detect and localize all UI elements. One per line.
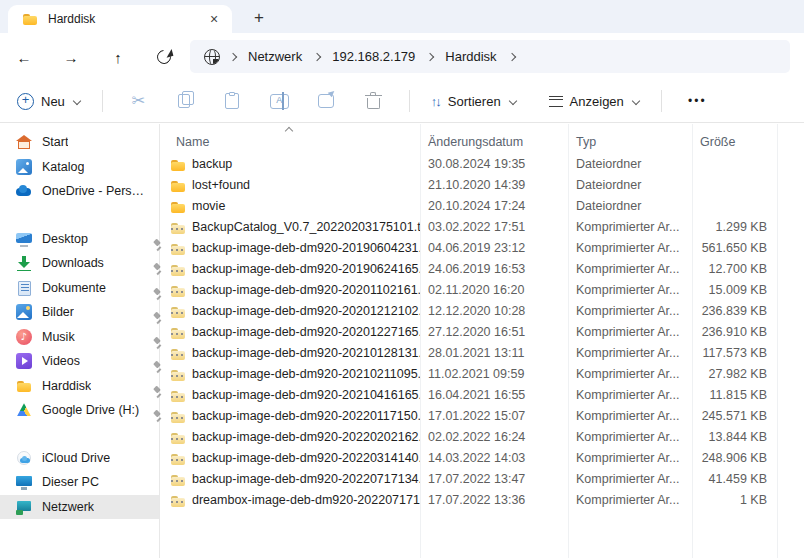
file-type: Komprimierter Ar... — [568, 343, 692, 364]
view-button[interactable]: Anzeigen — [540, 85, 649, 117]
sidebar-item[interactable]: Netzwerk — [0, 495, 159, 520]
file-date: 03.02.2022 17:51 — [420, 217, 568, 238]
file-row[interactable]: backup-image-deb-dm920-20220202162... 02… — [160, 427, 804, 448]
file-name: backup — [192, 154, 232, 175]
file-size: 236.910 KB — [692, 322, 777, 343]
breadcrumb-item-netzwerk[interactable]: Netzwerk — [240, 47, 310, 66]
file-row[interactable]: lost+found 21.10.2020 14:39 Dateiordner — [160, 175, 804, 196]
sidebar-item[interactable]: Harddisk — [0, 374, 159, 399]
zip-icon — [170, 304, 186, 320]
file-type: Komprimierter Ar... — [568, 217, 692, 238]
sidebar-item[interactable]: Bilder — [0, 300, 159, 325]
file-name: backup-image-deb-dm920-20220202162... — [192, 427, 420, 448]
file-size: 41.459 KB — [692, 469, 777, 490]
back-button[interactable]: ← — [9, 42, 39, 72]
more-options-button[interactable]: ••• — [674, 85, 721, 117]
gallery-icon — [16, 159, 32, 175]
file-row[interactable]: movie 20.10.2024 17:24 Dateiordner — [160, 196, 804, 217]
refresh-button[interactable] — [149, 42, 179, 72]
file-type: Komprimierter Ar... — [568, 259, 692, 280]
file-row[interactable]: backup-image-deb-dm920-20190624165... 24… — [160, 259, 804, 280]
file-date: 21.10.2020 14:39 — [420, 175, 568, 196]
sidebar-item[interactable]: Downloads — [0, 251, 159, 276]
sort-button[interactable]: ↑↓ Sortieren — [422, 85, 526, 117]
sort-arrows-icon: ↑↓ — [431, 94, 440, 109]
share-button[interactable] — [303, 85, 350, 117]
column-header-name[interactable]: Name — [160, 135, 420, 149]
network-globe-icon — [204, 49, 220, 65]
view-button-label: Anzeigen — [570, 94, 624, 109]
column-header-row: Name Änderungsdatum Typ Größe — [160, 124, 804, 153]
sidebar-item[interactable]: Katalog — [0, 155, 159, 180]
address-bar[interactable]: Netzwerk 192.168.2.179 Harddisk — [190, 40, 790, 73]
sidebar-item[interactable]: Dieser PC — [0, 470, 159, 495]
delete-button[interactable] — [350, 85, 397, 117]
sidebar-item[interactable]: Google Drive (H:) — [0, 398, 159, 423]
tab-harddisk[interactable]: Harddisk × — [8, 5, 232, 33]
folder-icon — [22, 11, 38, 27]
sidebar-item-label: Musik — [42, 330, 75, 344]
copy-button[interactable] — [162, 85, 209, 117]
new-button[interactable]: Neu — [8, 85, 90, 117]
navigation-pane: Start Katalog OneDrive - Personal Deskto… — [0, 124, 160, 558]
file-row[interactable]: backup-image-deb-dm920-20220117150... 17… — [160, 406, 804, 427]
file-date: 02.11.2020 16:20 — [420, 280, 568, 301]
up-button[interactable]: ↑ — [103, 42, 133, 72]
zip-icon — [170, 409, 186, 425]
sidebar-item[interactable]: Videos — [0, 349, 159, 374]
file-size: 15.009 KB — [692, 280, 777, 301]
file-row[interactable]: backup-image-deb-dm920-20210128131... 28… — [160, 343, 804, 364]
breadcrumb-item-ip[interactable]: 192.168.2.179 — [324, 47, 423, 66]
file-size: 236.839 KB — [692, 301, 777, 322]
zip-icon — [170, 325, 186, 341]
videos-icon — [16, 353, 32, 369]
sidebar-item-label: Dokumente — [42, 281, 106, 295]
file-date: 28.01.2021 13:11 — [420, 343, 568, 364]
tab-title: Harddisk — [48, 12, 204, 26]
cut-button[interactable]: ✂ — [115, 85, 162, 117]
new-tab-button[interactable]: + — [246, 6, 272, 30]
sidebar-item[interactable]: Desktop — [0, 227, 159, 252]
file-row[interactable]: backup-image-deb-dm920-20201102161... 02… — [160, 280, 804, 301]
zip-icon — [170, 451, 186, 467]
folder-icon — [16, 378, 32, 394]
sidebar-item[interactable]: OneDrive - Personal — [0, 179, 159, 204]
file-row[interactable]: backup-image-deb-dm920-20210211095... 11… — [160, 364, 804, 385]
file-row[interactable]: backup-image-deb-dm920-20210416165... 16… — [160, 385, 804, 406]
file-date: 14.03.2022 14:03 — [420, 448, 568, 469]
breadcrumb-item-harddisk[interactable]: Harddisk — [437, 47, 504, 66]
sort-ascending-icon — [285, 126, 294, 133]
file-row[interactable]: backup 30.08.2024 19:35 Dateiordner — [160, 154, 804, 175]
file-row[interactable]: dreambox-image-deb-dm920-202207171... 17… — [160, 490, 804, 511]
file-date: 27.12.2020 16:51 — [420, 322, 568, 343]
file-row[interactable]: backup-image-deb-dm920-20220314140... 14… — [160, 448, 804, 469]
chevron-right-icon — [425, 52, 435, 62]
paste-button[interactable] — [209, 85, 256, 117]
file-rows: backup 30.08.2024 19:35 Dateiordner lost… — [160, 154, 804, 511]
zip-icon — [170, 367, 186, 383]
file-type: Komprimierter Ar... — [568, 469, 692, 490]
sidebar-item[interactable]: Musik — [0, 325, 159, 350]
column-header-size[interactable]: Größe — [692, 135, 777, 149]
chevron-down-icon — [72, 97, 81, 106]
close-tab-button[interactable]: × — [204, 9, 224, 29]
forward-button[interactable]: → — [56, 42, 86, 72]
sidebar-item-label: iCloud Drive — [42, 451, 110, 465]
file-row[interactable]: backup-image-deb-dm920-20201212102... 12… — [160, 301, 804, 322]
file-size — [692, 175, 777, 196]
column-header-date[interactable]: Änderungsdatum — [420, 135, 568, 149]
file-type: Dateiordner — [568, 196, 692, 217]
file-name: backup-image-deb-dm920-20210416165... — [192, 385, 420, 406]
sidebar-item[interactable]: Dokumente — [0, 276, 159, 301]
zip-icon — [170, 388, 186, 404]
sidebar-item[interactable]: Start — [0, 130, 159, 155]
file-row[interactable]: backup-image-deb-dm920-20201227165... 27… — [160, 322, 804, 343]
rename-button[interactable] — [256, 85, 303, 117]
file-size: 248.906 KB — [692, 448, 777, 469]
file-row[interactable]: BackupCatalog_V0.7_20220203175101.tar...… — [160, 217, 804, 238]
gdrive-icon — [16, 402, 32, 418]
sidebar-item[interactable]: iCloud Drive — [0, 446, 159, 471]
file-row[interactable]: backup-image-deb-dm920-20190604231... 04… — [160, 238, 804, 259]
column-header-type[interactable]: Typ — [568, 135, 692, 149]
file-row[interactable]: backup-image-deb-dm920-20220717134... 17… — [160, 469, 804, 490]
